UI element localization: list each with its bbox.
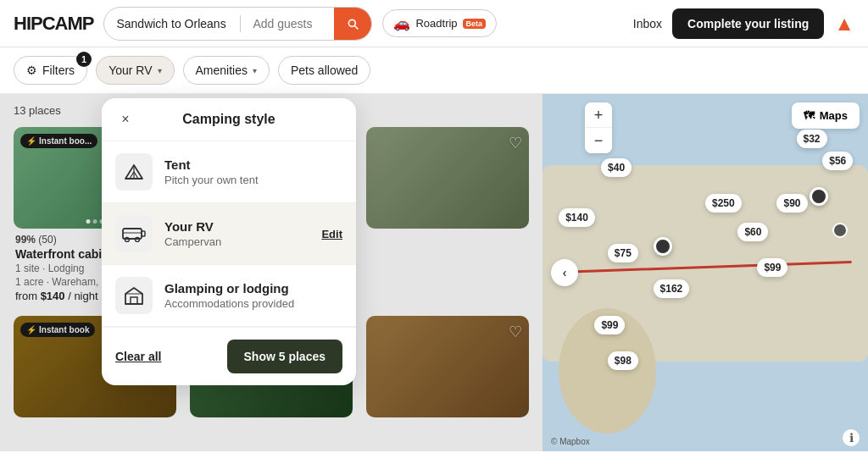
complete-listing-button[interactable]: Complete your listing xyxy=(672,8,824,39)
edit-rv-link[interactable]: Edit xyxy=(321,228,342,240)
inbox-link[interactable]: Inbox xyxy=(633,17,662,30)
pets-allowed-button[interactable]: Pets allowed xyxy=(278,56,370,85)
active-location-marker xyxy=(654,237,672,256)
map-info-button[interactable]: ℹ xyxy=(843,429,860,446)
maps-icon: 🗺 xyxy=(804,109,815,122)
modal-footer: Clear all Show 5 places xyxy=(102,327,356,385)
price-marker[interactable]: $75 xyxy=(608,244,638,262)
glamping-icon xyxy=(115,277,153,314)
tent-option-text: Tent Pitch your own tent xyxy=(164,157,259,186)
header-right: Inbox Complete your listing ▲ xyxy=(633,8,854,39)
svg-rect-1 xyxy=(142,231,145,236)
hipcamp-triangle-icon: ▲ xyxy=(834,12,854,36)
map-panel: ‹ 🗺 Maps + − $40 $75 $140 $250 $60 $90 $… xyxy=(542,94,868,451)
price-marker[interactable]: $40 xyxy=(601,158,632,177)
filter-icon: ⚙ xyxy=(26,64,37,77)
rv-label: Your RV xyxy=(108,64,152,77)
chevron-down-icon: ▾ xyxy=(158,66,162,75)
glamping-option-text: Glamping or lodging Accommodations provi… xyxy=(164,281,294,310)
amenities-label: Amenities xyxy=(196,64,248,77)
hipcamp-logo: HIPCAMP xyxy=(14,13,93,35)
search-location-input[interactable] xyxy=(104,17,240,30)
filters-label: Filters xyxy=(42,64,75,77)
rv-icon xyxy=(115,215,153,252)
roadtrip-label: Roadtrip xyxy=(415,17,457,30)
zoom-in-button[interactable]: + xyxy=(585,102,612,128)
your-rv-option[interactable]: Your RV Campervan Edit xyxy=(102,203,356,265)
price-marker[interactable]: $162 xyxy=(654,279,690,298)
tent-icon xyxy=(115,153,153,191)
maps-button[interactable]: 🗺 Maps xyxy=(792,102,860,129)
search-guests-input[interactable] xyxy=(241,17,334,30)
svg-point-2 xyxy=(125,238,130,242)
search-bar xyxy=(103,7,372,41)
svg-point-3 xyxy=(136,238,140,242)
price-marker[interactable]: $56 xyxy=(822,152,853,170)
rv-option-text: Your RV Campervan xyxy=(164,219,221,248)
price-marker[interactable]: $140 xyxy=(559,208,595,227)
chevron-down-icon-amenities: ▾ xyxy=(253,66,257,75)
mapbox-logo: © Mapbox xyxy=(551,437,590,446)
camping-style-modal: × Camping style Tent Pitch your own tent xyxy=(102,98,356,385)
zoom-controls: + − xyxy=(585,102,612,153)
price-marker[interactable]: $99 xyxy=(757,258,787,277)
search-button[interactable] xyxy=(334,7,371,41)
filter-bar: ⚙ Filters 1 Your RV ▾ Amenities ▾ Pets a… xyxy=(0,47,868,94)
svg-rect-5 xyxy=(131,297,137,304)
price-marker[interactable]: $98 xyxy=(608,351,638,370)
zoom-out-button[interactable]: − xyxy=(585,128,612,153)
price-marker[interactable]: $250 xyxy=(705,194,742,213)
pets-label: Pets allowed xyxy=(291,64,358,77)
main-content: 13 places ♡ Instant boo... 99% (50) Wate… xyxy=(0,94,868,451)
map-collapse-button[interactable]: ‹ xyxy=(551,259,578,286)
your-rv-button[interactable]: Your RV ▾ xyxy=(96,56,174,85)
amenities-button[interactable]: Amenities ▾ xyxy=(183,56,270,85)
header: HIPCAMP 🚗 Roadtrip Beta Inbox Complete y… xyxy=(0,0,868,47)
clear-all-button[interactable]: Clear all xyxy=(115,350,161,363)
price-marker[interactable]: $32 xyxy=(797,130,827,148)
price-marker[interactable]: $99 xyxy=(594,316,625,334)
glamping-option[interactable]: Glamping or lodging Accommodations provi… xyxy=(102,265,356,327)
price-marker[interactable]: $60 xyxy=(737,223,768,241)
roadtrip-button[interactable]: 🚗 Roadtrip Beta xyxy=(382,9,497,37)
svg-rect-0 xyxy=(123,229,142,239)
modal-title: Camping style xyxy=(182,112,275,127)
location-marker-sm xyxy=(832,223,848,238)
beta-badge: Beta xyxy=(463,19,487,29)
map-land-cape xyxy=(721,202,858,301)
show-places-button[interactable]: Show 5 places xyxy=(227,340,342,373)
filters-button[interactable]: ⚙ Filters 1 xyxy=(14,56,87,85)
map-background[interactable]: ‹ 🗺 Maps + − $40 $75 $140 $250 $60 $90 $… xyxy=(542,94,868,451)
maps-label: Maps xyxy=(820,109,848,122)
tent-option[interactable]: Tent Pitch your own tent xyxy=(102,141,356,203)
location-marker xyxy=(810,187,828,206)
price-marker[interactable]: $90 xyxy=(776,194,807,213)
modal-header: × Camping style xyxy=(102,98,356,141)
filters-count-badge: 1 xyxy=(76,52,92,67)
car-icon: 🚗 xyxy=(393,15,410,31)
modal-close-button[interactable]: × xyxy=(114,108,137,131)
